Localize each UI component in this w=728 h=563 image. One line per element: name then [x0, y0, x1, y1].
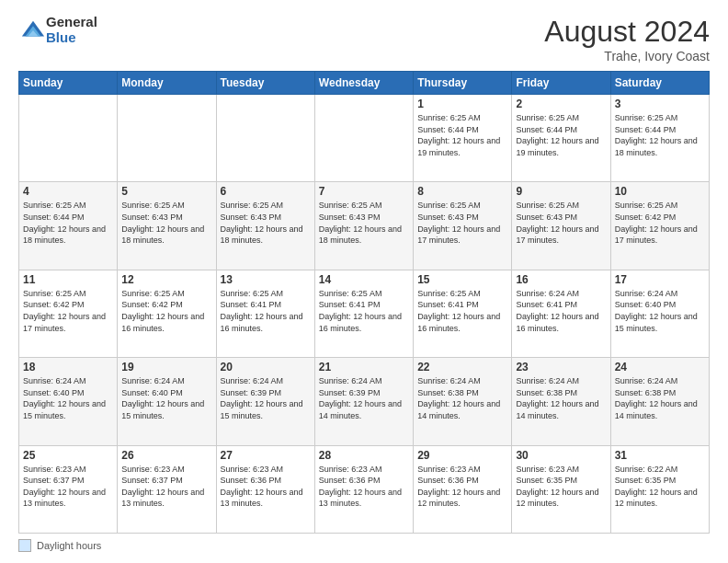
- logo-general: General: [46, 15, 97, 30]
- day-number: 13: [221, 273, 311, 286]
- day-info: Sunrise: 6:25 AM Sunset: 6:41 PM Dayligh…: [417, 288, 507, 334]
- day-header-monday: Monday: [118, 72, 216, 95]
- day-info: Sunrise: 6:24 AM Sunset: 6:38 PM Dayligh…: [516, 375, 606, 421]
- week-row-3: 18Sunrise: 6:24 AM Sunset: 6:40 PM Dayli…: [19, 358, 710, 445]
- day-number: 17: [615, 273, 705, 286]
- day-number: 28: [319, 449, 409, 462]
- day-info: Sunrise: 6:25 AM Sunset: 6:44 PM Dayligh…: [23, 200, 113, 246]
- day-info: Sunrise: 6:23 AM Sunset: 6:35 PM Dayligh…: [516, 464, 606, 510]
- month-year: August 2024: [544, 15, 710, 49]
- day-info: Sunrise: 6:25 AM Sunset: 6:44 PM Dayligh…: [615, 112, 705, 158]
- logo-blue: Blue: [46, 30, 97, 46]
- calendar-cell: 28Sunrise: 6:23 AM Sunset: 6:36 PM Dayli…: [314, 445, 413, 533]
- day-info: Sunrise: 6:24 AM Sunset: 6:39 PM Dayligh…: [319, 375, 409, 421]
- day-info: Sunrise: 6:25 AM Sunset: 6:43 PM Dayligh…: [121, 200, 211, 246]
- calendar-cell: 12Sunrise: 6:25 AM Sunset: 6:42 PM Dayli…: [118, 270, 216, 357]
- day-info: Sunrise: 6:25 AM Sunset: 6:43 PM Dayligh…: [319, 200, 409, 246]
- calendar-cell: 27Sunrise: 6:23 AM Sunset: 6:36 PM Dayli…: [216, 445, 314, 533]
- calendar-cell: 20Sunrise: 6:24 AM Sunset: 6:39 PM Dayli…: [216, 358, 314, 445]
- week-row-1: 4Sunrise: 6:25 AM Sunset: 6:44 PM Daylig…: [19, 182, 710, 270]
- location: Trahe, Ivory Coast: [544, 49, 710, 63]
- day-number: 26: [121, 449, 211, 462]
- day-number: 21: [319, 361, 409, 373]
- day-info: Sunrise: 6:24 AM Sunset: 6:41 PM Dayligh…: [516, 288, 606, 334]
- day-info: Sunrise: 6:24 AM Sunset: 6:38 PM Dayligh…: [615, 375, 705, 421]
- logo: General Blue: [18, 15, 97, 45]
- calendar: SundayMondayTuesdayWednesdayThursdayFrid…: [18, 71, 710, 534]
- header-row: SundayMondayTuesdayWednesdayThursdayFrid…: [19, 72, 710, 95]
- day-number: 29: [417, 449, 507, 462]
- day-info: Sunrise: 6:25 AM Sunset: 6:43 PM Dayligh…: [221, 200, 311, 246]
- day-info: Sunrise: 6:23 AM Sunset: 6:37 PM Dayligh…: [23, 464, 113, 510]
- day-header-saturday: Saturday: [610, 72, 709, 95]
- calendar-cell: 10Sunrise: 6:25 AM Sunset: 6:42 PM Dayli…: [610, 182, 709, 270]
- day-number: 22: [417, 361, 507, 373]
- footer-label: Daylight hours: [37, 540, 101, 551]
- day-number: 31: [615, 449, 705, 462]
- day-number: 30: [516, 449, 606, 462]
- day-number: 15: [417, 273, 507, 286]
- calendar-cell: 17Sunrise: 6:24 AM Sunset: 6:40 PM Dayli…: [610, 270, 709, 357]
- day-info: Sunrise: 6:25 AM Sunset: 6:41 PM Dayligh…: [221, 288, 311, 334]
- footer: Daylight hours: [18, 539, 710, 552]
- day-number: 5: [121, 185, 211, 198]
- day-header-tuesday: Tuesday: [216, 72, 314, 95]
- day-number: 6: [221, 185, 311, 198]
- day-info: Sunrise: 6:23 AM Sunset: 6:36 PM Dayligh…: [221, 464, 311, 510]
- day-info: Sunrise: 6:25 AM Sunset: 6:42 PM Dayligh…: [121, 288, 211, 334]
- day-info: Sunrise: 6:24 AM Sunset: 6:40 PM Dayligh…: [615, 288, 705, 334]
- calendar-cell: 18Sunrise: 6:24 AM Sunset: 6:40 PM Dayli…: [19, 358, 118, 445]
- week-row-2: 11Sunrise: 6:25 AM Sunset: 6:42 PM Dayli…: [19, 270, 710, 357]
- week-row-4: 25Sunrise: 6:23 AM Sunset: 6:37 PM Dayli…: [19, 445, 710, 533]
- calendar-cell: 22Sunrise: 6:24 AM Sunset: 6:38 PM Dayli…: [414, 358, 512, 445]
- calendar-cell: [314, 95, 413, 182]
- calendar-cell: 23Sunrise: 6:24 AM Sunset: 6:38 PM Dayli…: [512, 358, 610, 445]
- day-number: 25: [23, 449, 113, 462]
- footer-box: [18, 539, 31, 552]
- day-header-friday: Friday: [512, 72, 610, 95]
- day-number: 1: [417, 98, 507, 110]
- calendar-cell: 1Sunrise: 6:25 AM Sunset: 6:44 PM Daylig…: [414, 95, 512, 182]
- day-info: Sunrise: 6:25 AM Sunset: 6:41 PM Dayligh…: [319, 288, 409, 334]
- day-number: 24: [615, 361, 705, 373]
- calendar-cell: 31Sunrise: 6:22 AM Sunset: 6:35 PM Dayli…: [610, 445, 709, 533]
- day-number: 14: [319, 273, 409, 286]
- calendar-cell: 25Sunrise: 6:23 AM Sunset: 6:37 PM Dayli…: [19, 445, 118, 533]
- calendar-cell: 9Sunrise: 6:25 AM Sunset: 6:43 PM Daylig…: [512, 182, 610, 270]
- day-header-sunday: Sunday: [19, 72, 118, 95]
- calendar-cell: 29Sunrise: 6:23 AM Sunset: 6:36 PM Dayli…: [414, 445, 512, 533]
- calendar-cell: 8Sunrise: 6:25 AM Sunset: 6:43 PM Daylig…: [414, 182, 512, 270]
- calendar-cell: 2Sunrise: 6:25 AM Sunset: 6:44 PM Daylig…: [512, 95, 610, 182]
- calendar-cell: 19Sunrise: 6:24 AM Sunset: 6:40 PM Dayli…: [118, 358, 216, 445]
- title-block: August 2024 Trahe, Ivory Coast: [544, 15, 710, 63]
- day-info: Sunrise: 6:25 AM Sunset: 6:44 PM Dayligh…: [417, 112, 507, 158]
- calendar-cell: 26Sunrise: 6:23 AM Sunset: 6:37 PM Dayli…: [118, 445, 216, 533]
- day-number: 16: [516, 273, 606, 286]
- day-number: 10: [615, 185, 705, 198]
- day-number: 18: [23, 361, 113, 373]
- logo-icon: [20, 17, 46, 43]
- calendar-cell: [118, 95, 216, 182]
- day-info: Sunrise: 6:25 AM Sunset: 6:42 PM Dayligh…: [23, 288, 113, 334]
- day-header-thursday: Thursday: [414, 72, 512, 95]
- day-info: Sunrise: 6:25 AM Sunset: 6:44 PM Dayligh…: [516, 112, 606, 158]
- calendar-cell: 11Sunrise: 6:25 AM Sunset: 6:42 PM Dayli…: [19, 270, 118, 357]
- day-number: 19: [121, 361, 211, 373]
- calendar-cell: 13Sunrise: 6:25 AM Sunset: 6:41 PM Dayli…: [216, 270, 314, 357]
- day-info: Sunrise: 6:23 AM Sunset: 6:36 PM Dayligh…: [417, 464, 507, 510]
- day-info: Sunrise: 6:24 AM Sunset: 6:40 PM Dayligh…: [23, 375, 113, 421]
- day-info: Sunrise: 6:23 AM Sunset: 6:37 PM Dayligh…: [121, 464, 211, 510]
- day-number: 4: [23, 185, 113, 198]
- calendar-cell: 30Sunrise: 6:23 AM Sunset: 6:35 PM Dayli…: [512, 445, 610, 533]
- calendar-cell: 16Sunrise: 6:24 AM Sunset: 6:41 PM Dayli…: [512, 270, 610, 357]
- calendar-cell: 14Sunrise: 6:25 AM Sunset: 6:41 PM Dayli…: [314, 270, 413, 357]
- day-number: 9: [516, 185, 606, 198]
- week-row-0: 1Sunrise: 6:25 AM Sunset: 6:44 PM Daylig…: [19, 95, 710, 182]
- header: General Blue August 2024 Trahe, Ivory Co…: [18, 15, 710, 63]
- day-number: 2: [516, 98, 606, 110]
- logo-text: General Blue: [46, 15, 97, 45]
- day-info: Sunrise: 6:24 AM Sunset: 6:38 PM Dayligh…: [417, 375, 507, 421]
- day-header-wednesday: Wednesday: [314, 72, 413, 95]
- day-number: 27: [221, 449, 311, 462]
- day-info: Sunrise: 6:25 AM Sunset: 6:43 PM Dayligh…: [417, 200, 507, 246]
